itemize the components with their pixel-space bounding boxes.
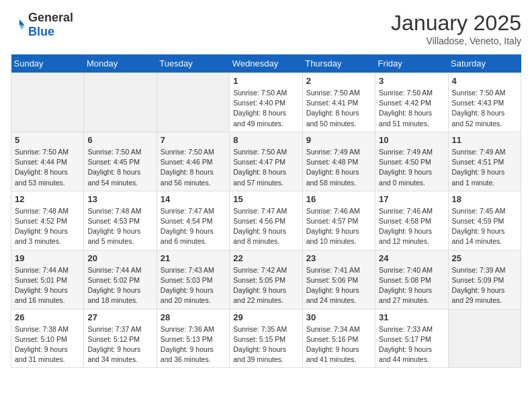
week-row-3: 12Sunrise: 7:48 AMSunset: 4:52 PMDayligh…	[11, 191, 521, 250]
calendar-cell	[157, 73, 229, 132]
cell-info: Sunrise: 7:42 AMSunset: 5:05 PMDaylight:…	[233, 265, 298, 306]
calendar-cell: 9Sunrise: 7:49 AMSunset: 4:48 PMDaylight…	[302, 132, 375, 191]
weekday-header-sunday: Sunday	[11, 54, 84, 73]
cell-info: Sunrise: 7:50 AMSunset: 4:47 PMDaylight:…	[233, 147, 298, 188]
header: General Blue January 2025 Villadose, Ven…	[11, 11, 521, 46]
logo-icon	[11, 17, 26, 32]
calendar-cell: 27Sunrise: 7:37 AMSunset: 5:12 PMDayligh…	[84, 309, 157, 368]
weekday-header-friday: Friday	[375, 54, 448, 73]
weekday-header-saturday: Saturday	[448, 54, 521, 73]
cell-info: Sunrise: 7:50 AMSunset: 4:45 PMDaylight:…	[87, 147, 152, 188]
cell-info: Sunrise: 7:38 AMSunset: 5:10 PMDaylight:…	[15, 324, 80, 365]
logo: General Blue	[11, 11, 73, 39]
cell-info: Sunrise: 7:49 AMSunset: 4:48 PMDaylight:…	[306, 147, 371, 188]
weekday-header-monday: Monday	[84, 54, 157, 73]
cell-info: Sunrise: 7:50 AMSunset: 4:42 PMDaylight:…	[379, 88, 444, 129]
calendar-cell: 28Sunrise: 7:36 AMSunset: 5:13 PMDayligh…	[157, 309, 229, 368]
cell-info: Sunrise: 7:43 AMSunset: 5:03 PMDaylight:…	[161, 265, 226, 306]
calendar-cell: 7Sunrise: 7:50 AMSunset: 4:46 PMDaylight…	[157, 132, 229, 191]
cell-info: Sunrise: 7:49 AMSunset: 4:50 PMDaylight:…	[379, 147, 444, 188]
calendar-cell: 14Sunrise: 7:47 AMSunset: 4:54 PMDayligh…	[157, 191, 229, 250]
day-number: 21	[161, 253, 226, 263]
day-number: 22	[233, 253, 298, 263]
calendar-cell: 10Sunrise: 7:49 AMSunset: 4:50 PMDayligh…	[375, 132, 448, 191]
calendar-cell: 4Sunrise: 7:50 AMSunset: 4:43 PMDaylight…	[448, 73, 521, 132]
location-subtitle: Villadose, Veneto, Italy	[391, 36, 521, 46]
day-number: 12	[15, 194, 80, 204]
calendar-cell	[11, 73, 84, 132]
day-number: 5	[15, 135, 80, 145]
day-number: 1	[233, 76, 298, 86]
logo-general: General	[28, 11, 73, 24]
cell-info: Sunrise: 7:40 AMSunset: 5:08 PMDaylight:…	[379, 265, 444, 306]
cell-info: Sunrise: 7:50 AMSunset: 4:40 PMDaylight:…	[233, 88, 298, 129]
calendar-cell: 21Sunrise: 7:43 AMSunset: 5:03 PMDayligh…	[157, 250, 229, 309]
day-number: 19	[15, 253, 80, 263]
calendar-cell: 19Sunrise: 7:44 AMSunset: 5:01 PMDayligh…	[11, 250, 84, 309]
cell-info: Sunrise: 7:41 AMSunset: 5:06 PMDaylight:…	[306, 265, 371, 306]
week-row-2: 5Sunrise: 7:50 AMSunset: 4:44 PMDaylight…	[11, 132, 521, 191]
logo-blue: Blue	[28, 25, 54, 38]
day-number: 25	[452, 253, 517, 263]
calendar-cell: 31Sunrise: 7:33 AMSunset: 5:17 PMDayligh…	[375, 309, 448, 368]
day-number: 9	[306, 135, 371, 145]
calendar-cell: 5Sunrise: 7:50 AMSunset: 4:44 PMDaylight…	[11, 132, 84, 191]
calendar-cell: 29Sunrise: 7:35 AMSunset: 5:15 PMDayligh…	[230, 309, 302, 368]
week-row-5: 26Sunrise: 7:38 AMSunset: 5:10 PMDayligh…	[11, 309, 521, 368]
day-number: 18	[452, 194, 517, 204]
cell-info: Sunrise: 7:47 AMSunset: 4:54 PMDaylight:…	[161, 206, 226, 247]
cell-info: Sunrise: 7:34 AMSunset: 5:16 PMDaylight:…	[306, 324, 371, 365]
weekday-header-wednesday: Wednesday	[230, 54, 302, 73]
cell-info: Sunrise: 7:49 AMSunset: 4:51 PMDaylight:…	[452, 147, 517, 188]
day-number: 20	[87, 253, 152, 263]
calendar-cell: 17Sunrise: 7:46 AMSunset: 4:58 PMDayligh…	[375, 191, 448, 250]
day-number: 26	[15, 312, 80, 322]
calendar-cell: 30Sunrise: 7:34 AMSunset: 5:16 PMDayligh…	[302, 309, 375, 368]
month-title: January 2025	[391, 11, 521, 36]
day-number: 3	[379, 76, 444, 86]
day-number: 31	[379, 312, 444, 322]
calendar-cell: 2Sunrise: 7:50 AMSunset: 4:41 PMDaylight…	[302, 73, 375, 132]
cell-info: Sunrise: 7:44 AMSunset: 5:01 PMDaylight:…	[15, 265, 80, 306]
calendar-cell: 11Sunrise: 7:49 AMSunset: 4:51 PMDayligh…	[448, 132, 521, 191]
day-number: 4	[452, 76, 517, 86]
svg-marker-0	[19, 19, 24, 25]
weekday-header-thursday: Thursday	[302, 54, 375, 73]
day-number: 13	[87, 194, 152, 204]
calendar-cell: 23Sunrise: 7:41 AMSunset: 5:06 PMDayligh…	[302, 250, 375, 309]
day-number: 6	[87, 135, 152, 145]
calendar-cell: 15Sunrise: 7:47 AMSunset: 4:56 PMDayligh…	[230, 191, 302, 250]
calendar-cell: 26Sunrise: 7:38 AMSunset: 5:10 PMDayligh…	[11, 309, 84, 368]
cell-info: Sunrise: 7:46 AMSunset: 4:58 PMDaylight:…	[379, 206, 444, 247]
calendar-cell: 1Sunrise: 7:50 AMSunset: 4:40 PMDaylight…	[230, 73, 302, 132]
day-number: 23	[306, 253, 371, 263]
calendar-cell: 8Sunrise: 7:50 AMSunset: 4:47 PMDaylight…	[230, 132, 302, 191]
day-number: 2	[306, 76, 371, 86]
title-area: January 2025 Villadose, Veneto, Italy	[391, 11, 521, 46]
cell-info: Sunrise: 7:37 AMSunset: 5:12 PMDaylight:…	[87, 324, 152, 365]
day-number: 10	[379, 135, 444, 145]
day-number: 29	[233, 312, 298, 322]
calendar-cell: 6Sunrise: 7:50 AMSunset: 4:45 PMDaylight…	[84, 132, 157, 191]
calendar-table: SundayMondayTuesdayWednesdayThursdayFrid…	[11, 54, 521, 368]
day-number: 7	[161, 135, 226, 145]
cell-info: Sunrise: 7:45 AMSunset: 4:59 PMDaylight:…	[452, 206, 517, 247]
day-number: 8	[233, 135, 298, 145]
calendar-cell: 20Sunrise: 7:44 AMSunset: 5:02 PMDayligh…	[84, 250, 157, 309]
svg-marker-1	[19, 25, 24, 30]
week-row-4: 19Sunrise: 7:44 AMSunset: 5:01 PMDayligh…	[11, 250, 521, 309]
day-number: 15	[233, 194, 298, 204]
weekday-header-row: SundayMondayTuesdayWednesdayThursdayFrid…	[11, 54, 521, 73]
week-row-1: 1Sunrise: 7:50 AMSunset: 4:40 PMDaylight…	[11, 73, 521, 132]
cell-info: Sunrise: 7:35 AMSunset: 5:15 PMDaylight:…	[233, 324, 298, 365]
day-number: 16	[306, 194, 371, 204]
cell-info: Sunrise: 7:44 AMSunset: 5:02 PMDaylight:…	[87, 265, 152, 306]
day-number: 24	[379, 253, 444, 263]
calendar-cell: 16Sunrise: 7:46 AMSunset: 4:57 PMDayligh…	[302, 191, 375, 250]
cell-info: Sunrise: 7:48 AMSunset: 4:53 PMDaylight:…	[87, 206, 152, 247]
cell-info: Sunrise: 7:46 AMSunset: 4:57 PMDaylight:…	[306, 206, 371, 247]
day-number: 14	[161, 194, 226, 204]
cell-info: Sunrise: 7:48 AMSunset: 4:52 PMDaylight:…	[15, 206, 80, 247]
calendar-cell: 12Sunrise: 7:48 AMSunset: 4:52 PMDayligh…	[11, 191, 84, 250]
calendar-cell	[448, 309, 521, 368]
